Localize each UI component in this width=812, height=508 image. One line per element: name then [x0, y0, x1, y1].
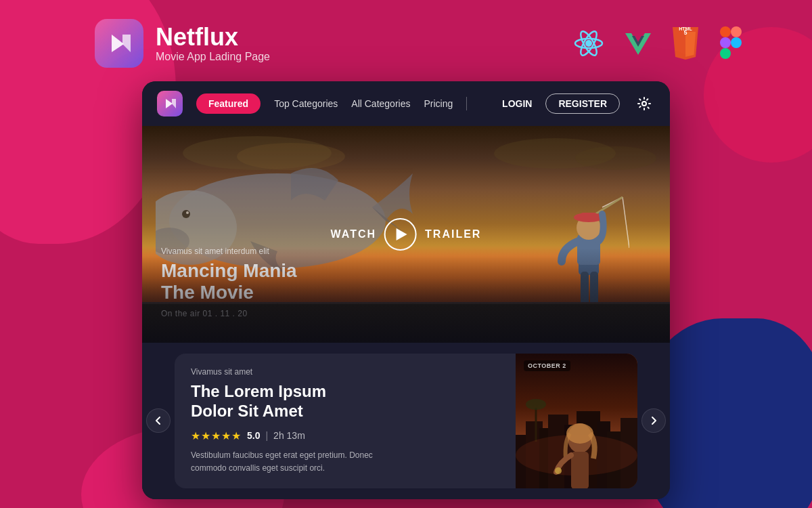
svg-rect-12 [720, 37, 731, 48]
card-subtitle: Vivamus sit amet [191, 367, 499, 377]
chevron-left-icon [153, 415, 164, 426]
watch-trailer-button[interactable]: WATCH TRAILER [331, 218, 482, 251]
nav-logo-svg [162, 96, 177, 111]
svg-line-22 [623, 197, 629, 248]
movie-card-section: Vivamus sit amet The Lorem Ipsum Dolor S… [142, 343, 670, 499]
nav-featured-button[interactable]: Featured [196, 93, 261, 114]
nav-divider [466, 97, 467, 110]
svg-point-19 [182, 210, 190, 218]
app-window: Featured Top Categories All Categories P… [142, 81, 670, 499]
tech-icons: HTML 5 [571, 26, 744, 61]
html5-proper-icon: HTML 5 [670, 26, 701, 61]
svg-rect-58 [571, 452, 589, 488]
stars: ★★★★★ [191, 429, 242, 442]
trailer-label: TRAILER [425, 228, 481, 240]
nav-top-categories[interactable]: Top Categories [274, 98, 338, 109]
brand-title: Netflux [156, 24, 270, 51]
svg-point-15 [642, 102, 646, 106]
hero-section: WATCH TRAILER Vivamus sit amet interdum … [142, 126, 670, 343]
card-title: The Lorem Ipsum Dolor Sit Amet [191, 382, 499, 421]
svg-point-14 [731, 37, 742, 48]
svg-rect-13 [720, 48, 731, 59]
svg-rect-11 [731, 26, 742, 37]
brand-text: Netflux Movie App Lading Page [156, 24, 270, 63]
card-description: Vestibulum faucibus eget erat eget preti… [191, 449, 380, 475]
watch-label: WATCH [331, 228, 376, 240]
figma-icon [717, 26, 744, 61]
brand: Netflux Movie App Lading Page [95, 19, 270, 68]
card-rating: ★★★★★ 5.0 | 2h 13m [191, 429, 499, 442]
movie-card: Vivamus sit amet The Lorem Ipsum Dolor S… [175, 354, 637, 488]
nav-register-button[interactable]: REGISTER [545, 93, 620, 114]
svg-line-23 [595, 197, 623, 214]
svg-point-55 [526, 399, 546, 410]
svg-point-20 [186, 211, 189, 214]
svg-rect-10 [720, 26, 731, 37]
top-header: Netflux Movie App Lading Page [0, 0, 812, 81]
brand-logo [95, 19, 143, 68]
hero-gradient [142, 248, 670, 343]
svg-rect-28 [581, 213, 597, 221]
poster-bg: OCTOBER 2 [516, 354, 637, 488]
vue-icon [623, 28, 654, 59]
svg-point-0 [585, 40, 592, 47]
nav-pricing[interactable]: Pricing [424, 98, 453, 109]
svg-point-60 [555, 467, 562, 474]
nav-settings-button[interactable] [633, 93, 655, 114]
card-content: Vivamus sit amet The Lorem Ipsum Dolor S… [175, 354, 516, 488]
brand-subtitle: Movie App Lading Page [156, 51, 270, 63]
poster-date-badge: OCTOBER 2 [524, 360, 570, 371]
rating-divider: | [265, 430, 268, 441]
poster-scene-svg [516, 354, 637, 488]
play-button[interactable] [384, 218, 417, 251]
prev-arrow-button[interactable] [146, 408, 171, 433]
app-navbar: Featured Top Categories All Categories P… [142, 81, 670, 126]
rating-number: 5.0 [247, 430, 260, 441]
react-icon [571, 26, 606, 61]
next-arrow-button[interactable] [641, 408, 666, 433]
duration: 2h 13m [273, 430, 305, 441]
card-container: Vivamus sit amet The Lorem Ipsum Dolor S… [142, 343, 670, 499]
chevron-right-icon [648, 415, 659, 426]
brand-logo-svg [105, 29, 133, 58]
nav-login-button[interactable]: LOGIN [502, 98, 532, 109]
svg-point-59 [566, 423, 593, 444]
nav-all-categories[interactable]: All Categories [351, 98, 410, 109]
settings-icon [637, 96, 652, 111]
nav-logo [157, 91, 183, 117]
svg-text:5: 5 [683, 29, 687, 36]
movie-poster: OCTOBER 2 [516, 354, 637, 488]
